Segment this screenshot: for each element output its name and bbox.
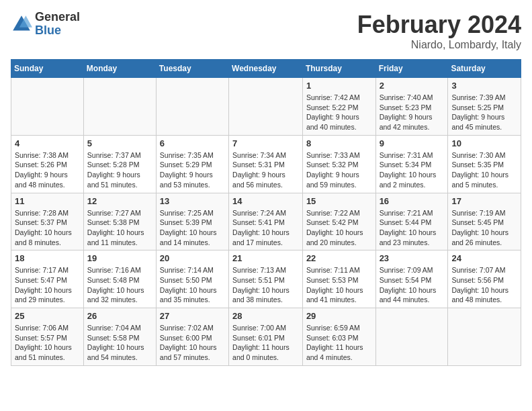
weekday-header-wednesday: Wednesday [229, 60, 303, 78]
calendar-week-4: 18Sunrise: 7:17 AMSunset: 5:47 PMDayligh… [11, 250, 521, 308]
calendar-cell: 26Sunrise: 7:04 AMSunset: 5:58 PMDayligh… [83, 308, 156, 366]
day-info: Sunrise: 7:37 AMSunset: 5:28 PMDaylight:… [87, 150, 152, 190]
weekday-header-thursday: Thursday [302, 60, 375, 78]
calendar-cell: 4Sunrise: 7:38 AMSunset: 5:26 PMDaylight… [11, 135, 84, 193]
day-number: 2 [380, 81, 445, 91]
calendar-cell: 1Sunrise: 7:42 AMSunset: 5:22 PMDaylight… [302, 78, 375, 136]
calendar-cell: 3Sunrise: 7:39 AMSunset: 5:25 PMDaylight… [448, 78, 521, 136]
day-number: 21 [232, 253, 299, 263]
day-number: 6 [160, 138, 225, 148]
day-info: Sunrise: 7:35 AMSunset: 5:29 PMDaylight:… [160, 150, 225, 190]
weekday-header-tuesday: Tuesday [156, 60, 228, 78]
calendar-cell: 8Sunrise: 7:33 AMSunset: 5:32 PMDaylight… [302, 135, 375, 193]
calendar-cell: 19Sunrise: 7:16 AMSunset: 5:48 PMDayligh… [83, 250, 156, 308]
calendar-cell: 23Sunrise: 7:09 AMSunset: 5:54 PMDayligh… [375, 250, 448, 308]
day-info: Sunrise: 7:42 AMSunset: 5:22 PMDaylight:… [306, 93, 372, 132]
day-info: Sunrise: 7:34 AMSunset: 5:31 PMDaylight:… [232, 150, 299, 190]
calendar-week-1: 1Sunrise: 7:42 AMSunset: 5:22 PMDaylight… [11, 78, 521, 136]
day-number: 12 [87, 196, 152, 206]
day-number: 19 [87, 253, 152, 263]
calendar-cell: 16Sunrise: 7:21 AMSunset: 5:44 PMDayligh… [375, 193, 448, 250]
day-info: Sunrise: 7:16 AMSunset: 5:48 PMDaylight:… [87, 265, 152, 305]
calendar-cell: 29Sunrise: 6:59 AMSunset: 6:03 PMDayligh… [302, 308, 375, 366]
page-header: General Blue February 2024 Niardo, Lomba… [11, 11, 521, 51]
day-info: Sunrise: 7:30 AMSunset: 5:35 PMDaylight:… [451, 150, 517, 190]
day-number: 15 [306, 196, 372, 206]
calendar-cell: 22Sunrise: 7:11 AMSunset: 5:53 PMDayligh… [302, 250, 375, 308]
day-info: Sunrise: 7:21 AMSunset: 5:44 PMDaylight:… [380, 208, 445, 248]
weekday-header-monday: Monday [83, 60, 156, 78]
calendar-cell: 2Sunrise: 7:40 AMSunset: 5:23 PMDaylight… [375, 78, 448, 136]
day-number: 10 [451, 138, 517, 148]
calendar-cell: 6Sunrise: 7:35 AMSunset: 5:29 PMDaylight… [156, 135, 228, 193]
calendar-cell: 28Sunrise: 7:00 AMSunset: 6:01 PMDayligh… [229, 308, 303, 366]
day-info: Sunrise: 6:59 AMSunset: 6:03 PMDaylight:… [306, 323, 372, 363]
day-number: 22 [306, 253, 372, 263]
logo-general: General [35, 10, 80, 24]
day-info: Sunrise: 7:00 AMSunset: 6:01 PMDaylight:… [232, 323, 299, 363]
calendar-cell: 18Sunrise: 7:17 AMSunset: 5:47 PMDayligh… [11, 250, 84, 308]
day-info: Sunrise: 7:33 AMSunset: 5:32 PMDaylight:… [306, 150, 372, 190]
day-info: Sunrise: 7:17 AMSunset: 5:47 PMDaylight:… [15, 265, 80, 305]
calendar-cell [11, 78, 84, 136]
day-info: Sunrise: 7:06 AMSunset: 5:57 PMDaylight:… [15, 323, 80, 363]
calendar-cell: 13Sunrise: 7:25 AMSunset: 5:39 PMDayligh… [156, 193, 228, 250]
day-info: Sunrise: 7:22 AMSunset: 5:42 PMDaylight:… [306, 208, 372, 248]
day-info: Sunrise: 7:19 AMSunset: 5:45 PMDaylight:… [451, 208, 517, 248]
calendar-body: 1Sunrise: 7:42 AMSunset: 5:22 PMDaylight… [11, 78, 521, 366]
day-info: Sunrise: 7:39 AMSunset: 5:25 PMDaylight:… [451, 93, 517, 132]
calendar-cell: 24Sunrise: 7:07 AMSunset: 5:56 PMDayligh… [448, 250, 521, 308]
calendar-cell [448, 308, 521, 366]
day-number: 27 [160, 311, 225, 321]
day-number: 9 [380, 138, 445, 148]
day-info: Sunrise: 7:02 AMSunset: 6:00 PMDaylight:… [160, 323, 225, 363]
calendar-cell: 5Sunrise: 7:37 AMSunset: 5:28 PMDaylight… [83, 135, 156, 193]
day-info: Sunrise: 7:40 AMSunset: 5:23 PMDaylight:… [380, 93, 445, 132]
calendar-cell: 17Sunrise: 7:19 AMSunset: 5:45 PMDayligh… [448, 193, 521, 250]
calendar-cell [156, 78, 228, 136]
day-number: 1 [306, 81, 372, 91]
calendar-cell: 9Sunrise: 7:31 AMSunset: 5:34 PMDaylight… [375, 135, 448, 193]
month-title: February 2024 [357, 11, 521, 39]
calendar-cell: 7Sunrise: 7:34 AMSunset: 5:31 PMDaylight… [229, 135, 303, 193]
day-info: Sunrise: 7:25 AMSunset: 5:39 PMDaylight:… [160, 208, 225, 248]
calendar: SundayMondayTuesdayWednesdayThursdayFrid… [11, 59, 521, 366]
day-number: 17 [451, 196, 517, 206]
weekday-header-sunday: Sunday [11, 60, 84, 78]
day-number: 18 [15, 253, 80, 263]
day-number: 5 [87, 138, 152, 148]
day-number: 16 [380, 196, 445, 206]
day-number: 26 [87, 311, 152, 321]
day-number: 20 [160, 253, 225, 263]
day-info: Sunrise: 7:07 AMSunset: 5:56 PMDaylight:… [451, 265, 517, 305]
day-info: Sunrise: 7:13 AMSunset: 5:51 PMDaylight:… [232, 265, 299, 305]
calendar-cell: 21Sunrise: 7:13 AMSunset: 5:51 PMDayligh… [229, 250, 303, 308]
location: Niardo, Lombardy, Italy [357, 39, 521, 51]
day-number: 4 [15, 138, 80, 148]
day-number: 8 [306, 138, 372, 148]
calendar-cell: 25Sunrise: 7:06 AMSunset: 5:57 PMDayligh… [11, 308, 84, 366]
calendar-header: SundayMondayTuesdayWednesdayThursdayFrid… [11, 60, 521, 78]
day-number: 25 [15, 311, 80, 321]
calendar-cell [375, 308, 448, 366]
day-number: 13 [160, 196, 225, 206]
calendar-cell: 11Sunrise: 7:28 AMSunset: 5:37 PMDayligh… [11, 193, 84, 250]
day-info: Sunrise: 7:11 AMSunset: 5:53 PMDaylight:… [306, 265, 372, 305]
logo: General Blue [11, 11, 80, 38]
calendar-cell: 12Sunrise: 7:27 AMSunset: 5:38 PMDayligh… [83, 193, 156, 250]
day-number: 14 [232, 196, 299, 206]
calendar-cell: 15Sunrise: 7:22 AMSunset: 5:42 PMDayligh… [302, 193, 375, 250]
logo-text: General Blue [35, 11, 80, 38]
day-info: Sunrise: 7:27 AMSunset: 5:38 PMDaylight:… [87, 208, 152, 248]
day-number: 7 [232, 138, 299, 148]
day-info: Sunrise: 7:24 AMSunset: 5:41 PMDaylight:… [232, 208, 299, 248]
calendar-week-5: 25Sunrise: 7:06 AMSunset: 5:57 PMDayligh… [11, 308, 521, 366]
day-info: Sunrise: 7:28 AMSunset: 5:37 PMDaylight:… [15, 208, 80, 248]
day-info: Sunrise: 7:14 AMSunset: 5:50 PMDaylight:… [160, 265, 225, 305]
calendar-cell: 10Sunrise: 7:30 AMSunset: 5:35 PMDayligh… [448, 135, 521, 193]
day-info: Sunrise: 7:04 AMSunset: 5:58 PMDaylight:… [87, 323, 152, 363]
day-info: Sunrise: 7:31 AMSunset: 5:34 PMDaylight:… [380, 150, 445, 190]
day-number: 3 [451, 81, 517, 91]
day-info: Sunrise: 7:38 AMSunset: 5:26 PMDaylight:… [15, 150, 80, 190]
day-info: Sunrise: 7:09 AMSunset: 5:54 PMDaylight:… [380, 265, 445, 305]
